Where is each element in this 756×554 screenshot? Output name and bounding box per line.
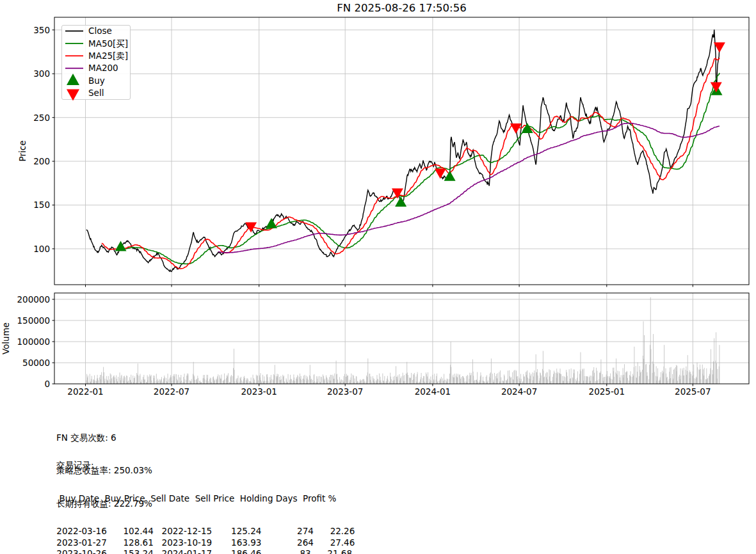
volume-bar <box>126 376 127 384</box>
volume-bar <box>686 375 687 384</box>
volume-bar <box>561 374 561 384</box>
volume-bar <box>664 345 664 384</box>
volume-bar <box>611 379 611 384</box>
volume-bar <box>704 368 705 384</box>
volume-bar <box>259 376 260 384</box>
volume-bar <box>348 376 348 384</box>
volume-bar <box>341 379 342 384</box>
volume-bar <box>164 376 165 384</box>
volume-bar <box>369 374 370 384</box>
legend: CloseMA50[买]MA25[卖]MA200BuySell <box>62 26 131 101</box>
volume-bar <box>268 377 268 384</box>
volume-bar <box>180 382 181 384</box>
volume-bar <box>621 375 622 384</box>
volume-bar <box>138 363 138 384</box>
volume-bar <box>586 381 587 384</box>
volume-bar <box>570 379 570 384</box>
volume-bar <box>380 381 380 384</box>
volume-bar <box>473 376 474 384</box>
volume-bar <box>159 379 160 384</box>
volume-bar <box>612 379 613 384</box>
volume-bar <box>191 381 191 384</box>
volume-bar <box>194 376 195 384</box>
volume-bar <box>521 379 522 384</box>
volume-bar <box>323 376 324 384</box>
volume-bar <box>534 373 535 384</box>
volume-pane-frame <box>54 293 749 384</box>
volume-bar <box>388 380 389 384</box>
volume-bar <box>620 377 620 384</box>
volume-bar <box>575 379 576 384</box>
volume-bar <box>480 376 481 384</box>
volume-bar <box>346 377 346 384</box>
volume-bar <box>348 376 348 384</box>
volume-bar <box>590 376 590 384</box>
volume-bar <box>86 381 87 384</box>
volume-bar <box>240 379 241 384</box>
volume-bar <box>300 377 300 384</box>
volume-bar <box>120 378 120 384</box>
volume-bar <box>564 376 565 384</box>
volume-bar <box>417 372 418 384</box>
volume-bar <box>454 374 455 384</box>
volume-bar <box>385 376 385 384</box>
volume-bar <box>504 374 504 384</box>
volume-bar <box>551 381 552 384</box>
volume-bar <box>403 373 403 384</box>
volume-bar <box>567 376 568 384</box>
volume-bar <box>439 381 440 384</box>
volume-bar <box>488 381 488 384</box>
volume-bar <box>513 379 513 384</box>
volume-bar <box>680 368 681 384</box>
volume-bar <box>544 377 545 384</box>
volume-bar <box>469 379 470 384</box>
volume-bar <box>540 378 540 384</box>
volume-bar <box>410 377 411 384</box>
volume-bar <box>264 381 264 384</box>
volume-bar <box>378 379 378 384</box>
volume-bar <box>133 376 133 384</box>
volume-bar <box>429 379 430 384</box>
volume-bar <box>244 377 245 384</box>
volume-bar <box>328 379 328 384</box>
volume-bar <box>360 381 361 384</box>
volume-bar <box>603 381 604 384</box>
volume-bar <box>680 379 680 384</box>
volume-bar <box>597 371 598 384</box>
volume-bar <box>411 373 412 384</box>
volume-bar <box>181 375 181 384</box>
volume-bar <box>562 376 563 384</box>
volume-bar <box>580 370 581 384</box>
records-header: Buy Date Buy Price Sell Date Sell Price … <box>54 493 355 504</box>
volume-bar <box>456 376 456 384</box>
volume-bar <box>473 372 474 384</box>
volume-bar <box>631 377 631 384</box>
volume-bar <box>693 375 694 384</box>
volume-bar <box>657 368 658 384</box>
volume-bar <box>624 364 625 384</box>
legend-label: MA200 <box>88 63 118 73</box>
buy-marker <box>522 123 533 133</box>
volume-bar <box>98 381 99 384</box>
volume-bar <box>533 372 533 384</box>
volume-bar <box>101 379 101 384</box>
volume-bar <box>314 375 314 384</box>
volume-bar <box>620 380 620 384</box>
volume-bar <box>707 378 708 384</box>
volume-bar <box>574 370 575 384</box>
volume-bar <box>105 379 106 384</box>
trade-records-table: Buy Date Buy Price Sell Date Sell Price … <box>54 471 355 554</box>
volume-bar <box>140 376 140 384</box>
volume-bar <box>197 379 197 384</box>
volume-bar <box>336 361 337 384</box>
volume-bar <box>106 376 107 384</box>
volume-bar <box>97 375 98 384</box>
volume-bar <box>394 376 395 384</box>
volume-bar <box>666 377 667 384</box>
volume-bar <box>697 363 698 384</box>
volume-bar <box>536 354 536 384</box>
volume-bar <box>310 365 310 384</box>
volume-bar <box>100 375 101 384</box>
volume-bar <box>497 378 497 384</box>
volume-bar <box>647 376 648 384</box>
